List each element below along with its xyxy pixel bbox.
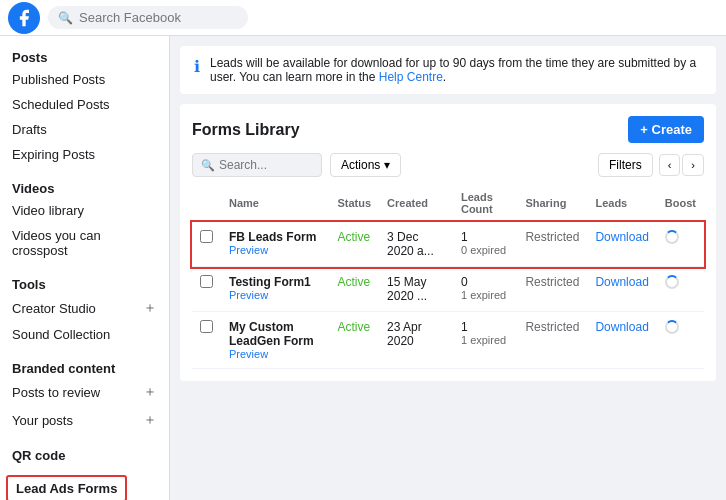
row-sharing: Restricted — [517, 312, 587, 369]
sidebar-item-posts-to-review[interactable]: Posts to review ＋ — [0, 378, 169, 406]
section-title-tools: Tools — [0, 271, 169, 294]
next-page-button[interactable]: › — [682, 154, 704, 176]
col-status: Status — [329, 185, 379, 222]
leads-expired: 1 expired — [461, 289, 509, 301]
forms-table: Name Status Created Leads Count Sharing … — [192, 185, 704, 369]
search-input[interactable] — [79, 10, 238, 25]
status-active: Active — [337, 275, 370, 289]
row-name-cell: My Custom LeadGen Form Preview — [221, 312, 329, 369]
sidebar-item-your-posts[interactable]: Your posts ＋ — [0, 406, 169, 434]
download-link[interactable]: Download — [595, 230, 648, 244]
row-checkbox-input[interactable] — [200, 275, 213, 288]
sidebar-item-published-posts[interactable]: Published Posts — [0, 67, 169, 92]
prev-page-button[interactable]: ‹ — [659, 154, 681, 176]
row-sharing: Restricted — [517, 267, 587, 312]
sidebar-item-scheduled-posts[interactable]: Scheduled Posts — [0, 92, 169, 117]
expand-icon-2: ＋ — [143, 383, 157, 401]
toolbar: 🔍 Actions ▾ Filters ‹ › — [192, 153, 704, 177]
sharing-status: Restricted — [525, 230, 579, 244]
table-search-input[interactable] — [219, 158, 313, 172]
search-icon: 🔍 — [58, 11, 73, 25]
sidebar-item-video-library[interactable]: Video library — [0, 198, 169, 223]
sidebar-section-posts: Posts Published Posts Scheduled Posts Dr… — [0, 44, 169, 167]
row-name-cell: Testing Form1 Preview — [221, 267, 329, 312]
sidebar-section-branded: Branded content Posts to review ＋ Your p… — [0, 355, 169, 434]
leads-expired: 0 expired — [461, 244, 509, 256]
row-checkbox-input[interactable] — [200, 230, 213, 243]
row-name-cell: FB Leads Form Preview — [221, 222, 329, 267]
status-active: Active — [337, 230, 370, 244]
sidebar-section-videos: Videos Video library Videos you can cros… — [0, 175, 169, 263]
forms-library-panel: Forms Library + Create 🔍 Actions ▾ Filte… — [180, 104, 716, 381]
section-title-branded: Branded content — [0, 355, 169, 378]
panel-title: Forms Library — [192, 121, 300, 139]
row-boost — [657, 222, 704, 267]
row-checkbox[interactable] — [192, 222, 221, 267]
row-boost — [657, 312, 704, 369]
row-checkbox[interactable] — [192, 312, 221, 369]
row-checkbox-input[interactable] — [200, 320, 213, 333]
col-leads-count: Leads Count — [453, 185, 517, 222]
search-bar[interactable]: 🔍 — [48, 6, 248, 29]
sharing-status: Restricted — [525, 320, 579, 334]
facebook-logo — [8, 2, 40, 34]
row-leads-action[interactable]: Download — [587, 267, 656, 312]
boost-spinner — [665, 230, 679, 244]
row-leads-action[interactable]: Download — [587, 222, 656, 267]
actions-button[interactable]: Actions ▾ — [330, 153, 401, 177]
form-preview-link[interactable]: Preview — [229, 244, 321, 256]
sidebar-item-drafts[interactable]: Drafts — [0, 117, 169, 142]
sidebar-section-qrcode: QR code — [0, 442, 169, 465]
expand-icon-3: ＋ — [143, 411, 157, 429]
form-preview-link[interactable]: Preview — [229, 348, 321, 360]
sidebar-item-creator-studio[interactable]: Creator Studio ＋ — [0, 294, 169, 322]
toolbar-search[interactable]: 🔍 — [192, 153, 322, 177]
form-preview-link[interactable]: Preview — [229, 289, 321, 301]
col-checkbox — [192, 185, 221, 222]
row-created: 3 Dec 2020 a... — [379, 222, 453, 267]
row-created: 15 May 2020 ... — [379, 267, 453, 312]
download-link[interactable]: Download — [595, 275, 648, 289]
table-header: Name Status Created Leads Count Sharing … — [192, 185, 704, 222]
row-leads-count: 1 1 expired — [453, 312, 517, 369]
sidebar-item-crosspost-videos[interactable]: Videos you can crosspost — [0, 223, 169, 263]
section-title-posts: Posts — [0, 44, 169, 67]
sidebar-item-sound-collection[interactable]: Sound Collection — [0, 322, 169, 347]
sidebar: Posts Published Posts Scheduled Posts Dr… — [0, 36, 170, 500]
table-row: Testing Form1 Preview Active 15 May 2020… — [192, 267, 704, 312]
table-row: FB Leads Form Preview Active 3 Dec 2020 … — [192, 222, 704, 267]
sidebar-section-tools: Tools Creator Studio ＋ Sound Collection — [0, 271, 169, 347]
leads-count-number: 1 — [461, 230, 509, 244]
info-icon: ℹ — [194, 57, 200, 76]
content-area: ℹ Leads will be available for download f… — [170, 36, 726, 500]
search-small-icon: 🔍 — [201, 159, 215, 172]
row-status: Active — [329, 267, 379, 312]
row-leads-action[interactable]: Download — [587, 312, 656, 369]
col-boost: Boost — [657, 185, 704, 222]
boost-spinner — [665, 320, 679, 334]
row-leads-count: 0 1 expired — [453, 267, 517, 312]
col-name: Name — [221, 185, 329, 222]
col-leads: Leads — [587, 185, 656, 222]
main-layout: Posts Published Posts Scheduled Posts Dr… — [0, 36, 726, 500]
create-button[interactable]: + Create — [628, 116, 704, 143]
topbar: 🔍 — [0, 0, 726, 36]
expand-icon: ＋ — [143, 299, 157, 317]
row-boost — [657, 267, 704, 312]
banner-text: Leads will be available for download for… — [210, 56, 702, 84]
status-active: Active — [337, 320, 370, 334]
col-created: Created — [379, 185, 453, 222]
sidebar-item-expiring-posts[interactable]: Expiring Posts — [0, 142, 169, 167]
boost-spinner — [665, 275, 679, 289]
download-link[interactable]: Download — [595, 320, 648, 334]
filters-button[interactable]: Filters — [598, 153, 653, 177]
pagination-arrows: ‹ › — [659, 154, 704, 176]
table-body: FB Leads Form Preview Active 3 Dec 2020 … — [192, 222, 704, 369]
panel-header: Forms Library + Create — [192, 116, 704, 143]
sidebar-section-lead-ads: Lead Ads Forms Forms Library ← Draft for… — [0, 473, 169, 500]
row-checkbox[interactable] — [192, 267, 221, 312]
col-sharing: Sharing — [517, 185, 587, 222]
section-title-lead-ads: Lead Ads Forms — [6, 475, 127, 500]
form-name: FB Leads Form — [229, 230, 321, 244]
help-centre-link[interactable]: Help Centre — [379, 70, 443, 84]
